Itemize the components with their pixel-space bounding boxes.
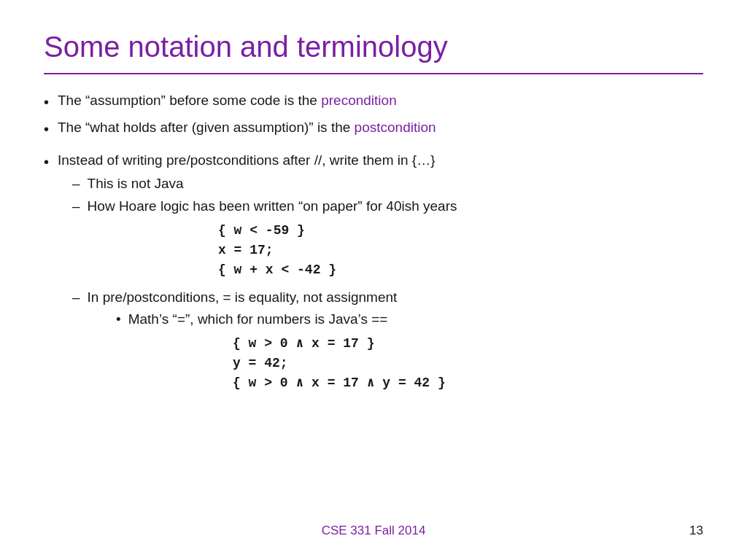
bullet2-highlight: postcondition xyxy=(355,120,436,135)
code-line: { w > 0 ∧ x = 17 ∧ y = 42 } xyxy=(233,373,446,393)
subsub1-text: Math’s “=”, which for numbers is Java’s … xyxy=(128,309,388,330)
dash-icon: – xyxy=(72,196,80,217)
bullet3-text: Instead of writing pre/postconditions af… xyxy=(58,152,435,168)
slide-footer: CSE 331 Fall 2014 13 xyxy=(44,516,703,538)
list-item: • The “assumption” before some code is t… xyxy=(44,90,703,113)
list-item: – How Hoare logic has been written “on p… xyxy=(72,196,457,284)
sub3-text: In pre/postconditions, = is equality, no… xyxy=(88,287,398,308)
slide-content: • The “assumption” before some code is t… xyxy=(44,90,703,516)
page-number: 13 xyxy=(689,524,703,538)
code-line: { w < -59 } xyxy=(218,221,336,241)
bullet3-container: Instead of writing pre/postconditions af… xyxy=(58,150,457,402)
code-line: { w > 0 ∧ x = 17 } xyxy=(233,334,446,354)
code-line: y = 42; xyxy=(233,354,446,373)
bullet1-before: The “assumption” before some code is the xyxy=(58,93,321,108)
list-item: – In pre/postconditions, = is equality, … xyxy=(72,287,457,400)
main-bullet-list: • The “assumption” before some code is t… xyxy=(44,90,703,407)
list-item: • Instead of writing pre/postconditions … xyxy=(44,150,703,402)
sub2-text: How Hoare logic has been written “on pap… xyxy=(88,196,457,217)
code-line: { w + x < -42 } xyxy=(218,260,336,280)
bullet-dot: • xyxy=(44,119,49,140)
bullet-dot: • xyxy=(44,92,49,113)
footer-course: CSE 331 Fall 2014 xyxy=(322,524,426,538)
dash-icon: – xyxy=(72,287,80,308)
bullet1-text: The “assumption” before some code is the… xyxy=(58,90,397,111)
list-item: • The “what holds after (given assumptio… xyxy=(44,117,703,140)
sub-sub-bullet-list: • Math’s “=”, which for numbers is Java’… xyxy=(116,309,446,400)
bullet2-text: The “what holds after (given assumption)… xyxy=(58,117,436,138)
dash-icon: – xyxy=(72,174,80,194)
slide: Some notation and terminology • The “ass… xyxy=(0,0,747,560)
code-block-1: { w < -59 } x = 17; { w + x < -42 } xyxy=(218,221,336,280)
title-divider xyxy=(44,73,703,74)
list-item: • Math’s “=”, which for numbers is Java’… xyxy=(116,309,446,397)
small-bullet-dot: • xyxy=(116,309,121,330)
sub1-text: This is not Java xyxy=(88,174,184,194)
slide-title: Some notation and terminology xyxy=(44,29,703,64)
code-line: x = 17; xyxy=(218,241,336,260)
bullet1-highlight: precondition xyxy=(321,93,397,108)
bullet-dot: • xyxy=(44,152,49,173)
bullet2-before: The “what holds after (given assumption)… xyxy=(58,120,355,135)
list-item: – This is not Java xyxy=(72,174,457,194)
sub-bullet-list: – This is not Java – How Hoare logic has… xyxy=(72,174,457,400)
code-block-2: { w > 0 ∧ x = 17 } y = 42; { w > 0 ∧ x =… xyxy=(233,334,446,393)
